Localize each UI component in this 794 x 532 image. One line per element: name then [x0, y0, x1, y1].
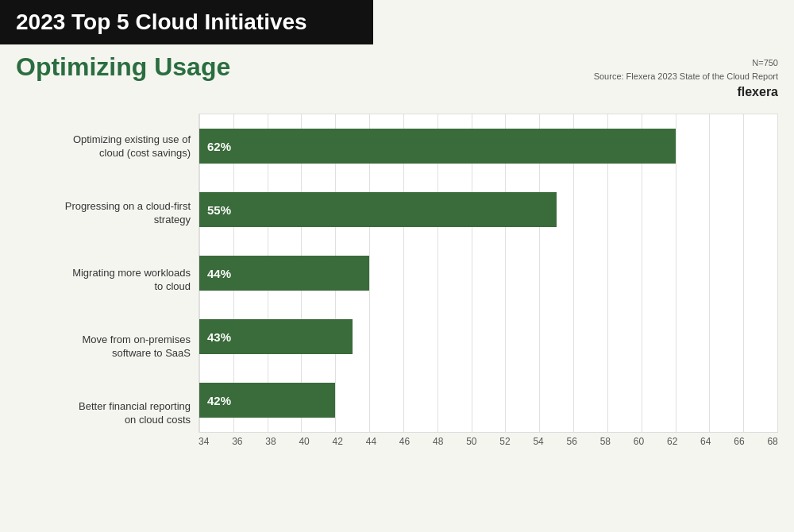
bar-label-1: 55%: [207, 203, 231, 217]
x-tick-50: 50: [466, 436, 476, 447]
x-tick-68: 68: [767, 436, 777, 447]
grid-line-68: [777, 114, 778, 432]
bar-1: 55%: [199, 192, 557, 227]
x-tick-40: 40: [299, 436, 309, 447]
x-tick-38: 38: [265, 436, 276, 447]
x-tick-48: 48: [433, 436, 443, 447]
bar-row-1: 55%: [199, 178, 777, 241]
y-label-3: Move from on-premisessoftware to SaaS: [16, 315, 191, 379]
y-axis-labels: Optimizing existing use ofcloud (cost sa…: [16, 114, 198, 447]
bar-2: 44%: [199, 256, 369, 291]
bar-row-0: 62%: [199, 114, 777, 178]
bar-4: 42%: [199, 383, 335, 418]
brand-name: flexera: [594, 83, 778, 102]
x-tick-34: 34: [198, 436, 209, 447]
chart-subtitle: Optimizing Usage: [16, 52, 230, 82]
source-citation: Source: Flexera 2023 State of the Cloud …: [594, 70, 778, 83]
bar-row-3: 43%: [199, 305, 777, 368]
y-label-0: Optimizing existing use ofcloud (cost sa…: [16, 115, 191, 179]
page-header: 2023 Top 5 Cloud Initiatives: [0, 0, 373, 44]
x-tick-54: 54: [533, 436, 543, 447]
bar-label-3: 43%: [207, 330, 231, 344]
x-tick-52: 52: [499, 436, 510, 447]
bar-label-0: 62%: [207, 140, 231, 153]
source-info: N=750 Source: Flexera 2023 State of the …: [594, 56, 778, 102]
x-tick-42: 42: [333, 436, 343, 447]
x-tick-62: 62: [667, 436, 677, 447]
x-tick-36: 36: [232, 436, 242, 447]
bar-label-4: 42%: [207, 394, 231, 407]
y-label-1: Progressing on a cloud-firststrategy: [16, 182, 191, 245]
bars-section: 62% 55% 44% 43%: [198, 114, 778, 433]
x-tick-58: 58: [600, 436, 611, 447]
x-axis-labels: 34 36 38 40 42 44 46 48 50 52 54 56 58 6…: [198, 433, 778, 447]
bar-label-2: 44%: [207, 267, 231, 280]
chart-area: 62% 55% 44% 43%: [198, 114, 778, 447]
x-tick-44: 44: [366, 436, 376, 447]
x-tick-64: 64: [700, 436, 711, 447]
chart-container: Optimizing existing use ofcloud (cost sa…: [16, 114, 778, 447]
bar-row-4: 42%: [199, 368, 777, 432]
bar-3: 43%: [199, 319, 353, 354]
sample-size: N=750: [594, 56, 778, 70]
bar-0: 62%: [199, 129, 676, 164]
x-tick-66: 66: [734, 436, 744, 447]
x-tick-56: 56: [567, 436, 577, 447]
y-label-4: Better financial reportingon cloud costs: [16, 382, 191, 445]
bar-row-2: 44%: [199, 241, 777, 305]
y-label-2: Migrating more workloadsto cloud: [16, 249, 191, 312]
x-tick-60: 60: [634, 436, 644, 447]
x-tick-46: 46: [399, 436, 410, 447]
